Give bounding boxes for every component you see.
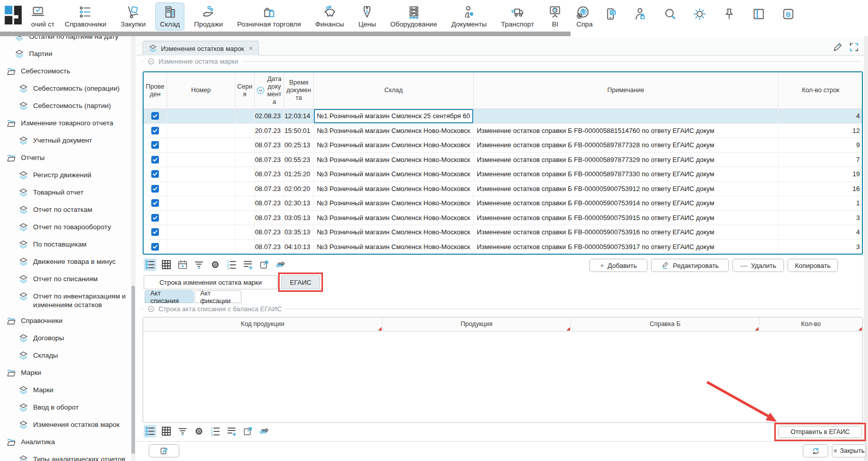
column-header-1[interactable]: Проведен (144, 72, 167, 109)
b-square-icon[interactable]: B (781, 7, 795, 21)
table-cell[interactable]: №3 Розничный магазин Смоленск Ново-Моско… (314, 153, 474, 167)
table-cell[interactable]: 02:00:20 (284, 182, 314, 196)
user-lock-icon[interactable] (634, 7, 647, 21)
module-11[interactable]: Транспорт (497, 3, 539, 31)
add-button[interactable]: +Добавить (589, 259, 647, 272)
grid-view-icon[interactable] (160, 258, 173, 271)
sidebar-item-15[interactable]: Отчет по списаниям (0, 271, 130, 288)
table-row[interactable]: 08.07.2303:05:13№3 Розничный магазин Смо… (144, 211, 862, 226)
edit-pencil-icon[interactable] (832, 42, 843, 52)
table-cell[interactable]: 15:50:01 (284, 124, 314, 138)
table-cell[interactable]: 08.07.23 (255, 153, 284, 167)
column-header-2[interactable]: Продукция (383, 317, 571, 331)
posted-checkbox[interactable] (151, 141, 159, 149)
table-cell[interactable]: 08.07.23 (255, 211, 284, 225)
tab-egais[interactable]: ЕГАИС (281, 275, 320, 289)
egais-lines-table[interactable]: Код продукцииПродукцияСправка БКол-во (143, 317, 863, 423)
table-row[interactable]: 08.07.2300:25:13№3 Розничный магазин Смо… (144, 138, 862, 153)
table-cell[interactable] (167, 138, 235, 152)
table-cell[interactable]: 1 (778, 196, 863, 210)
column-header-3[interactable]: Серия (235, 72, 255, 109)
sidebar-item-19[interactable]: Склады (0, 347, 130, 365)
table-cell[interactable] (235, 182, 255, 196)
filter-icon[interactable] (176, 425, 189, 438)
table-cell[interactable]: 16 (778, 182, 863, 196)
sidebar-scrollbar[interactable] (131, 36, 135, 461)
posted-checkbox[interactable] (151, 228, 159, 236)
table-cell[interactable] (235, 138, 255, 152)
posted-checkbox[interactable] (151, 243, 159, 251)
table-cell[interactable]: Изменение остатков справки Б FB-00000589… (474, 138, 778, 152)
sidebar-item-5[interactable]: Себестоимость (партии) (0, 98, 130, 115)
table-cell[interactable] (167, 211, 235, 225)
sidebar-item-7[interactable]: Учетный документ (0, 132, 130, 150)
table-cell[interactable]: №3 Розничный магазин Смоленск Ново-Моско… (314, 124, 474, 138)
table-cell[interactable]: 9 (778, 138, 863, 152)
table-cell[interactable] (235, 240, 255, 254)
table-cell[interactable]: 4 (778, 225, 863, 239)
module-8[interactable]: $Цены (354, 3, 381, 31)
sidebar-item-3[interactable]: Себестоимость (0, 63, 130, 80)
pin-icon[interactable] (722, 7, 736, 21)
module-2[interactable]: Справочники (60, 3, 111, 31)
sidebar-item-16[interactable]: Отчет по инвентаризациям и изменениям ос… (0, 288, 130, 313)
table-cell[interactable]: 12:03:14 (284, 109, 314, 123)
send-to-egais-button[interactable]: Отправить в ЕГАИС (778, 426, 862, 438)
module-7[interactable]: Финансы (311, 3, 349, 31)
settings-gears-icon[interactable] (575, 7, 588, 21)
posted-checkbox[interactable] (151, 170, 159, 178)
table-cell[interactable]: 08.07.23 (255, 138, 284, 152)
sidebar-item-1[interactable]: Остатки по партиям на дату (0, 36, 130, 46)
column-header-1[interactable]: Код продукции (143, 317, 383, 331)
column-header-7[interactable]: Примечание (474, 72, 778, 109)
table-cell[interactable]: 7 (778, 153, 863, 167)
column-header-5[interactable]: Время документа (284, 72, 314, 109)
table-cell[interactable]: 02:30:13 (284, 196, 314, 210)
table-cell[interactable]: 3 (778, 211, 863, 225)
documents-table[interactable]: ПроведенНомерСерияДата документаВремя до… (143, 71, 863, 255)
posted-checkbox-cell[interactable] (144, 138, 167, 152)
numbered-list-icon[interactable]: 123 (225, 258, 238, 271)
sidebar-item-22[interactable]: Ввод в оборот (0, 399, 130, 417)
table-cell[interactable]: 20.07.23 (255, 124, 284, 138)
add-row-icon[interactable] (225, 425, 238, 438)
table-cell[interactable] (167, 109, 235, 123)
posted-checkbox-cell[interactable] (144, 109, 167, 123)
table-cell[interactable]: Изменение остатков справки Б FB-00000590… (474, 182, 778, 196)
table-cell[interactable]: 01:25:20 (284, 167, 314, 181)
sidebar-item-23[interactable]: Изменения остатков марок (0, 417, 130, 434)
posted-checkbox-cell[interactable] (144, 225, 167, 239)
tab-stroka-izmeneniya[interactable]: Строка изменения остатка марки (144, 275, 278, 289)
posted-checkbox-cell[interactable] (144, 167, 167, 181)
open-editor-button[interactable] (149, 444, 179, 457)
fullscreen-icon[interactable] (849, 42, 859, 52)
table-cell[interactable]: №3 Розничный магазин Смоленск Ново-Моско… (314, 211, 474, 225)
table-cell[interactable]: №3 Розничный магазин Смоленск Ново-Моско… (314, 138, 474, 152)
table-row[interactable]: 08.07.2300:55:23№3 Розничный магазин Смо… (144, 153, 862, 168)
table-cell[interactable]: Изменение остатков справки Б FB-00000588… (474, 124, 778, 138)
sidebar-item-4[interactable]: Себестоимость (операции) (0, 80, 130, 98)
sidebar-item-2[interactable]: Партии (0, 46, 130, 63)
table-cell[interactable]: №3 Розничный магазин Смоленск Ново-Моско… (314, 167, 474, 181)
close-button[interactable]: ×Закрыть (832, 444, 866, 457)
table-cell[interactable]: 00:55:23 (284, 153, 314, 167)
sidebar-item-13[interactable]: По поставщикам (0, 236, 130, 254)
sidebar-item-12[interactable]: Отчет по товарообороту (0, 219, 130, 236)
table-cell[interactable] (167, 182, 235, 196)
table-cell[interactable]: 08.07.23 (255, 167, 284, 181)
table-cell[interactable]: 12 (778, 124, 863, 138)
open-external-icon[interactable] (241, 425, 254, 438)
gear-icon[interactable] (209, 258, 222, 271)
module-5[interactable]: Продажи (189, 3, 227, 31)
table-cell[interactable]: 00:25:13 (284, 138, 314, 152)
copy-button[interactable]: Копировать (788, 259, 838, 272)
table-cell[interactable]: 3 (778, 240, 863, 254)
sort-desc-icon[interactable] (256, 86, 265, 95)
sidebar-item-10[interactable]: Товарный отчет (0, 184, 130, 202)
tab-izmeneniya-ostatkov-marok[interactable]: Изменения остатков марок × (143, 41, 259, 56)
posted-checkbox[interactable] (151, 199, 159, 207)
table-cell[interactable]: 08.07.23 (255, 240, 284, 254)
table-cell[interactable]: Изменение остатков справки Б FB-00000589… (474, 167, 778, 181)
module-3[interactable]: Закупки (116, 3, 150, 31)
table-row[interactable]: 08.07.2303:35:13№3 Розничный магазин Смо… (144, 225, 862, 240)
